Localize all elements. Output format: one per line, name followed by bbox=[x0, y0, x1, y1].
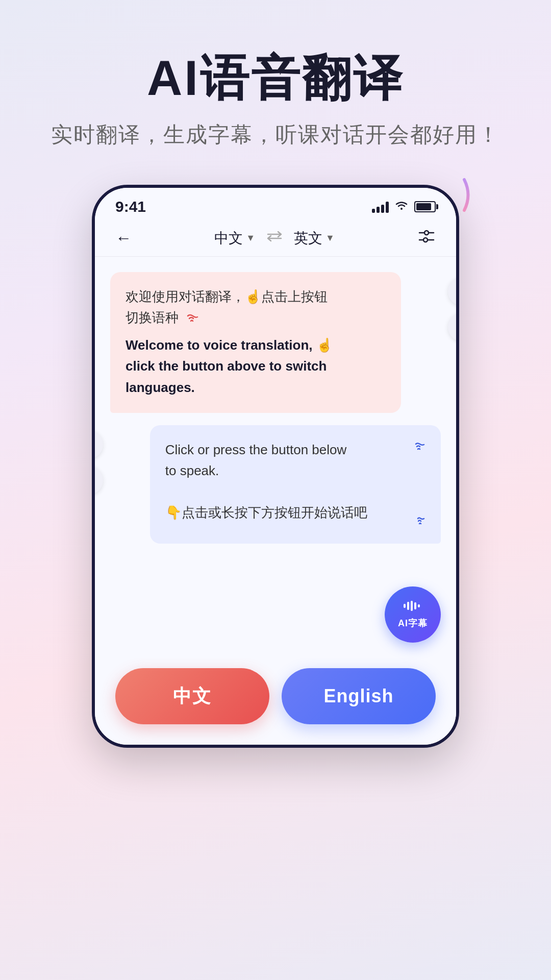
bottom-buttons-bar: 中文 English bbox=[95, 658, 456, 745]
svg-rect-11 bbox=[404, 604, 406, 608]
svg-point-6 bbox=[423, 238, 428, 242]
settings-button[interactable] bbox=[417, 229, 436, 248]
status-icons bbox=[372, 200, 436, 214]
svg-rect-12 bbox=[407, 602, 409, 610]
chat-area: 欢迎使用对话翻译，☝️点击上按钮切换语种 Welcome to voice t bbox=[95, 257, 456, 658]
status-bar: 9:41 bbox=[95, 188, 456, 220]
battery-icon bbox=[414, 201, 436, 212]
bubble2-text-cn: 👇点击或长按下方按钮开始说话吧 bbox=[165, 502, 367, 524]
mic-button-2[interactable] bbox=[92, 430, 103, 459]
target-language-selector[interactable]: 英文 ▼ bbox=[294, 229, 335, 248]
bubble2-side-buttons: ••• bbox=[92, 430, 103, 495]
main-title: AI语音翻译 bbox=[31, 51, 520, 105]
back-button[interactable]: ← bbox=[115, 229, 132, 248]
english-speak-button[interactable]: English bbox=[282, 668, 436, 724]
svg-rect-14 bbox=[414, 602, 416, 609]
bubble1-wrapper: 欢迎使用对话翻译，☝️点击上按钮切换语种 Welcome to voice t bbox=[110, 272, 441, 413]
bubble1-side-buttons: ••• bbox=[448, 277, 459, 341]
deco-arc-icon bbox=[434, 175, 474, 215]
chinese-speak-button[interactable]: 中文 bbox=[115, 668, 269, 724]
speaker2-bubble: Click or press the button belowto speak. bbox=[150, 425, 441, 544]
signal-icon bbox=[372, 201, 389, 213]
bubble2-wrapper: ••• Click or press the button belowto sp… bbox=[110, 425, 441, 544]
swap-language-button[interactable] bbox=[265, 229, 284, 247]
ai-subtitle-icon bbox=[403, 600, 423, 615]
ai-subtitle-label: AI字幕 bbox=[398, 617, 428, 629]
bubble1-text-cn: 欢迎使用对话翻译，☝️点击上按钮切换语种 bbox=[126, 286, 386, 329]
header-section: AI语音翻译 实时翻译，生成字幕，听课对话开会都好用！ bbox=[0, 0, 551, 175]
wifi-icon bbox=[395, 200, 408, 214]
phone-frame: 9:41 bbox=[92, 185, 459, 748]
nav-bar: ← 中文 ▼ 英文 ▼ bbox=[95, 220, 456, 257]
mic-button-1[interactable] bbox=[448, 277, 459, 306]
bubble2-text-en: Click or press the button belowto speak. bbox=[165, 439, 347, 482]
status-time: 9:41 bbox=[115, 198, 146, 215]
language-selector: 中文 ▼ 英文 ▼ bbox=[214, 229, 335, 248]
svg-rect-13 bbox=[411, 601, 413, 611]
more-button-1[interactable]: ••• bbox=[448, 313, 459, 341]
target-lang-arrow: ▼ bbox=[325, 233, 335, 243]
svg-point-0 bbox=[400, 208, 403, 210]
source-language-selector[interactable]: 中文 ▼ bbox=[214, 229, 255, 248]
speaker1-bubble: 欢迎使用对话翻译，☝️点击上按钮切换语种 Welcome to voice t bbox=[110, 272, 401, 413]
more-button-2[interactable]: ••• bbox=[92, 466, 103, 495]
svg-rect-15 bbox=[418, 604, 420, 607]
phone-container: 9:41 bbox=[92, 185, 459, 748]
ai-subtitle-button[interactable]: AI字幕 bbox=[385, 586, 441, 643]
page-wrapper: AI语音翻译 实时翻译，生成字幕，听课对话开会都好用！ 9:41 bbox=[0, 0, 551, 980]
source-lang-arrow: ▼ bbox=[246, 233, 255, 243]
bubble1-text-en: Welcome to voice translation, ☝️ click t… bbox=[126, 335, 386, 399]
sub-title: 实时翻译，生成字幕，听课对话开会都好用！ bbox=[31, 120, 520, 149]
